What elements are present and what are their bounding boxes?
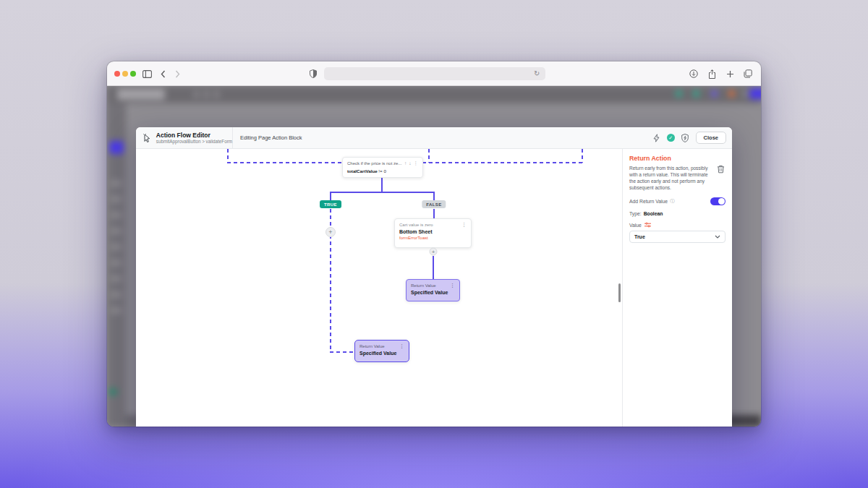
blur-shape — [749, 88, 761, 99]
blur-shape — [194, 91, 199, 98]
share-icon[interactable] — [707, 69, 717, 79]
blur-shape — [111, 244, 122, 250]
action-flow-editor-modal: Action Flow Editor submitApprovalButton … — [136, 127, 732, 427]
breadcrumb-current[interactable]: validateForm — [206, 139, 232, 144]
modal-header: Action Flow Editor submitApprovalButton … — [136, 127, 732, 149]
blur-shape — [111, 228, 122, 234]
blur-shape — [111, 260, 122, 266]
info-icon[interactable]: ⓘ — [670, 198, 675, 205]
add-return-value-label: Add Return Value — [629, 199, 668, 204]
browser-window: ↻ — [107, 61, 761, 427]
modal-body: Check if the price is not ze... ↑ ↓ ⋮ to… — [136, 149, 732, 427]
blur-shape — [676, 90, 682, 97]
blur-shape — [111, 291, 122, 298]
flow-canvas[interactable]: Check if the price is not ze... ↑ ↓ ⋮ to… — [136, 149, 622, 427]
blur-shape — [711, 90, 718, 97]
minimize-window-button[interactable] — [122, 71, 128, 77]
value-settings-icon[interactable] — [644, 222, 651, 228]
breadcrumb: submitApprovalButton > validateForm — [156, 139, 232, 144]
value-selected-option: True — [634, 234, 645, 239]
condition-menu-icon[interactable]: ⋮ — [414, 160, 419, 166]
return-value-node-selected[interactable]: Return Value ⋮ Specified Value — [354, 340, 409, 362]
return-node-menu-icon[interactable]: ⋮ — [399, 343, 404, 348]
connector-dashed-stub-right — [582, 149, 583, 163]
connector-condition-down — [381, 178, 383, 192]
modal-title: Action Flow Editor — [156, 132, 232, 139]
return-node-subtitle: Return Value — [411, 283, 450, 288]
move-up-icon[interactable]: ↑ — [404, 160, 407, 166]
blur-shape — [111, 180, 122, 187]
editing-context-label: Editing Page Action Block — [240, 134, 302, 141]
connector-true-elbow — [330, 351, 356, 353]
condition-node[interactable]: Check if the price is not ze... ↑ ↓ ⋮ to… — [342, 157, 423, 178]
breadcrumb-parent[interactable]: submitApprovalButton — [156, 139, 201, 144]
blur-shape — [117, 89, 165, 100]
bottom-sheet-menu-icon[interactable]: ⋮ — [461, 222, 467, 227]
return-node-subtitle: Return Value — [359, 344, 399, 348]
action-flow-icon — [142, 133, 152, 142]
add-action-true-button[interactable]: + — [326, 227, 336, 237]
canvas-scrollbar[interactable] — [618, 283, 621, 302]
blur-shape — [111, 212, 122, 218]
bottom-sheet-node[interactable]: Cart value is zero ⋮ Bottom Sheet formEr… — [394, 218, 472, 248]
connector-dashed-stub-left — [227, 149, 229, 163]
connector-branch-split — [330, 192, 435, 193]
panel-description: Return early from this action, possibly … — [629, 165, 713, 191]
return-node-title: Specified Value — [359, 351, 404, 356]
browser-toolbar: ↻ — [107, 61, 761, 86]
blur-shape — [743, 91, 748, 96]
privacy-shield-icon[interactable] — [308, 69, 318, 79]
refresh-icon[interactable]: ↻ — [534, 69, 540, 79]
blur-shape — [214, 91, 219, 98]
modal-title-section: Action Flow Editor submitApprovalButton … — [136, 127, 233, 148]
return-action-panel: Return Action Return early from this act… — [623, 149, 732, 427]
browser-content: Action Flow Editor submitApprovalButton … — [107, 86, 761, 427]
return-value-node[interactable]: Return Value ⋮ Specified Value — [406, 279, 460, 301]
shield-bolt-icon[interactable] — [681, 133, 690, 142]
bottom-sheet-detail: formErrorToast — [399, 236, 467, 240]
condition-expression: totalCartValue != 0 — [347, 168, 418, 174]
type-value: Boolean — [644, 211, 663, 216]
breadcrumb-separator: > — [202, 139, 205, 144]
move-down-icon[interactable]: ↓ — [409, 160, 411, 166]
close-window-button[interactable] — [114, 71, 120, 77]
forward-button[interactable] — [172, 69, 182, 79]
blur-shape — [693, 90, 699, 97]
validation-check-icon: ✓ — [667, 134, 675, 142]
blur-shape — [111, 275, 122, 282]
return-node-title: Specified Value — [411, 290, 455, 295]
back-button[interactable] — [158, 69, 168, 79]
add-action-false-button[interactable]: + — [430, 248, 438, 256]
bottom-sheet-title: Bottom Sheet — [399, 229, 467, 234]
condition-variable: totalCartValue — [347, 168, 378, 174]
lightning-icon[interactable] — [652, 133, 661, 142]
modal-title-block: Action Flow Editor submitApprovalButton … — [156, 132, 232, 144]
return-node-menu-icon[interactable]: ⋮ — [450, 283, 455, 288]
value-select[interactable]: True — [629, 231, 726, 243]
downloads-icon[interactable] — [689, 69, 699, 79]
zoom-window-button[interactable] — [130, 71, 136, 77]
true-branch-badge: TRUE — [320, 200, 341, 208]
close-button[interactable]: Close — [696, 132, 726, 145]
toggle-knob — [718, 198, 725, 205]
blur-shape — [109, 141, 124, 154]
condition-operator: != — [378, 168, 382, 174]
new-tab-icon[interactable] — [725, 69, 735, 79]
blur-shape — [111, 307, 122, 314]
blur-shape — [111, 196, 122, 202]
url-field[interactable] — [324, 67, 545, 80]
connector-false-solid — [433, 209, 435, 219]
value-label: Value — [629, 223, 642, 228]
false-branch-badge: FALSE — [422, 200, 446, 208]
blur-shape — [109, 388, 117, 395]
connector-false-to-return — [433, 256, 434, 279]
type-label: Type: — [629, 211, 642, 216]
chevron-down-icon — [715, 235, 720, 239]
delete-action-icon[interactable] — [717, 165, 726, 191]
tab-overview-icon[interactable] — [743, 69, 753, 79]
sidebar-toggle-icon[interactable] — [142, 69, 152, 79]
modal-header-actions: ✓ Close — [652, 132, 732, 145]
connector-dashed-stub-mid — [428, 149, 430, 163]
add-return-value-toggle[interactable] — [710, 197, 726, 205]
blur-shape — [204, 91, 209, 98]
